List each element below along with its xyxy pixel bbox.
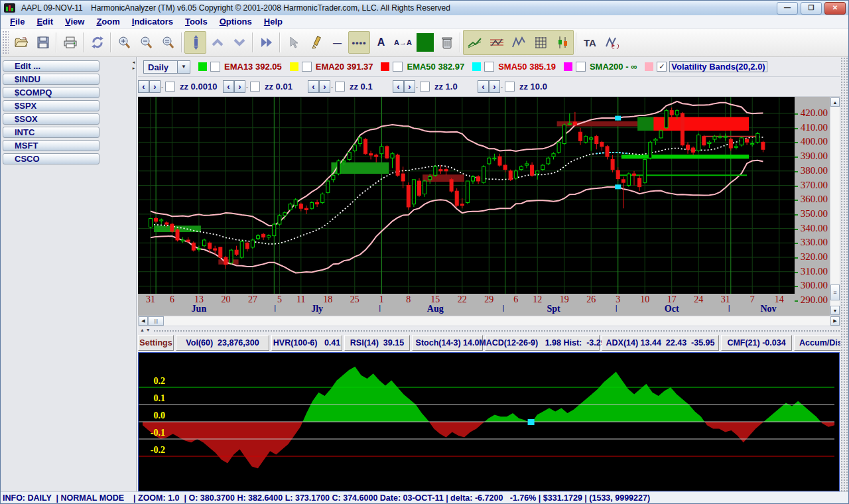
chart-candles-icon[interactable] xyxy=(551,31,573,54)
zz-prev-button[interactable]: ‹ xyxy=(393,80,404,93)
replay-icon[interactable] xyxy=(601,31,623,54)
indicator-checkbox[interactable]: ✓ xyxy=(657,62,667,72)
indicator-checkbox[interactable] xyxy=(393,62,403,72)
menu-item[interactable]: Zoom xyxy=(90,16,125,27)
zz-checkbox[interactable] xyxy=(250,82,260,92)
indicator-tab[interactable]: Vol(60) 23,876,300 xyxy=(176,335,269,351)
zz-checkbox[interactable] xyxy=(165,82,175,92)
scroll-left-icon[interactable]: ◀ xyxy=(139,316,148,326)
close-button[interactable]: ✕ xyxy=(824,2,846,15)
horizontal-scrollbar[interactable]: ◀ ||| ▶ xyxy=(138,316,840,326)
color-swatch[interactable] xyxy=(564,62,572,71)
indicator-tab[interactable]: CMF(21) -0.034 xyxy=(721,335,792,351)
menu-item[interactable]: Help xyxy=(258,16,289,27)
print-icon[interactable] xyxy=(59,31,81,54)
menu-item[interactable]: View xyxy=(59,16,90,27)
color-swatch-icon[interactable] xyxy=(414,31,436,54)
indicator-label: EMA50 382.97 xyxy=(405,62,466,72)
color-swatch[interactable] xyxy=(290,62,298,71)
zz-prev-button[interactable]: ‹ xyxy=(223,80,234,93)
scroll-down-icon[interactable]: ▼ xyxy=(830,306,840,315)
menu-item[interactable]: Options xyxy=(214,16,258,27)
chart-zigzag-icon[interactable] xyxy=(507,31,529,54)
collapse-up-icon[interactable] xyxy=(206,31,228,54)
expand-down-icon[interactable] xyxy=(228,31,250,54)
indicator-tab[interactable]: Settings xyxy=(138,335,174,351)
zz-prev-button[interactable]: ‹ xyxy=(478,80,489,93)
vscroll-thumb[interactable]: ≡ xyxy=(830,284,840,300)
pointer-icon[interactable] xyxy=(283,31,304,54)
sidebar-splitter[interactable]: ◂▸ xyxy=(131,59,137,71)
menu-item[interactable]: Edit xyxy=(31,16,59,27)
open-file-icon[interactable] xyxy=(10,31,32,54)
menu-item[interactable]: Tools xyxy=(179,16,214,27)
chart-grid-icon[interactable] xyxy=(529,31,551,54)
cmf-chart[interactable]: 0.20.10.0-0.1-0.2 xyxy=(138,352,840,491)
minimize-button[interactable]: — xyxy=(777,2,798,15)
indicator-checkbox[interactable] xyxy=(576,62,586,72)
indicator-checkbox[interactable] xyxy=(484,62,494,72)
zz-next-button[interactable]: › xyxy=(489,80,500,93)
vertical-scrollbar[interactable]: ▲ ≡ ▼ xyxy=(830,97,840,316)
chevron-down-icon[interactable]: ▼ xyxy=(178,60,190,74)
draw-pencil-icon[interactable] xyxy=(304,31,326,54)
scroll-up-icon[interactable]: ▲ xyxy=(830,97,840,107)
zz-next-button[interactable]: › xyxy=(149,80,161,93)
save-icon[interactable] xyxy=(32,31,54,54)
text-resize-icon[interactable]: A→A xyxy=(392,31,414,54)
zoom-in-icon[interactable] xyxy=(113,31,135,54)
scroll-right-icon[interactable]: ▶ xyxy=(830,316,840,326)
draw-line-icon[interactable]: — xyxy=(326,31,348,54)
zoom-reset-icon[interactable] xyxy=(157,31,179,54)
menu-bar: FileEditViewZoomIndicatorsToolsOptionsHe… xyxy=(1,15,849,29)
refresh-icon[interactable] xyxy=(86,31,108,54)
text-tool-icon[interactable]: A xyxy=(370,31,392,54)
zz-next-button[interactable]: › xyxy=(319,80,330,93)
restore-button[interactable]: ❐ xyxy=(801,2,822,15)
candle-scale-icon[interactable] xyxy=(184,31,206,54)
zz-next-button[interactable]: › xyxy=(404,80,415,93)
chart-trend-icon[interactable] xyxy=(464,31,486,54)
zz-prev-button[interactable]: ‹ xyxy=(308,80,319,93)
indicator-tab[interactable]: ADX(14) 13.44 22.43 -35.95 xyxy=(602,335,719,351)
zz-next-button[interactable]: › xyxy=(234,80,245,93)
zz-checkbox[interactable] xyxy=(505,82,515,92)
symbol-button[interactable]: $COMPQ xyxy=(3,87,99,98)
indicator-checkbox[interactable] xyxy=(210,62,220,72)
menu-item[interactable]: Indicators xyxy=(126,16,179,27)
indicator-tab[interactable]: Stoch(14-3) 14.0 xyxy=(412,335,483,351)
symbol-button[interactable]: MSFT xyxy=(3,140,99,151)
indicator-tab[interactable]: RSI(14) 39.15 xyxy=(344,335,410,351)
draw-dots-icon[interactable]: •••• xyxy=(348,31,370,54)
color-swatch[interactable] xyxy=(645,62,653,71)
splitter-arrows-icon[interactable]: ▲ ▼ xyxy=(140,328,151,332)
symbol-button[interactable]: INTC xyxy=(3,127,99,138)
indicator-tab[interactable]: MACD(12-26-9) 1.98 Hist: -3.29 xyxy=(485,335,600,351)
ta-tool-icon[interactable]: TA xyxy=(579,31,601,54)
indicator-checkbox[interactable] xyxy=(302,62,312,72)
zoom-out-icon[interactable] xyxy=(135,31,157,54)
delete-icon[interactable] xyxy=(436,31,458,54)
symbol-button[interactable]: $SPX xyxy=(3,100,99,111)
toolbar-grip[interactable] xyxy=(2,31,9,54)
symbol-button[interactable]: Edit ... xyxy=(3,60,99,72)
indicator-tab[interactable]: HVR(100-6) 0.41 xyxy=(271,335,342,351)
zz-checkbox[interactable] xyxy=(420,82,430,92)
title-bar[interactable]: AAPL 09-NOV-11 HarmonicAnalyzer (TM) v6.… xyxy=(1,1,849,15)
symbol-button[interactable]: $INDU xyxy=(3,74,99,85)
color-swatch[interactable] xyxy=(198,62,207,71)
menu-item[interactable]: File xyxy=(4,16,31,27)
fast-forward-icon[interactable] xyxy=(255,31,277,54)
color-swatch[interactable] xyxy=(472,62,481,71)
chart-levels-icon[interactable] xyxy=(486,31,507,54)
symbol-button[interactable]: $SOX xyxy=(3,113,99,125)
legend-item: SMA50 385.19 xyxy=(472,62,557,72)
main-chart[interactable] xyxy=(138,97,795,294)
zz-checkbox[interactable] xyxy=(335,82,345,92)
period-dropdown[interactable]: Daily ▼ xyxy=(143,60,190,74)
zz-prev-button[interactable]: ‹ xyxy=(138,80,149,93)
symbol-button[interactable]: CSCO xyxy=(3,153,99,164)
pane-splitter[interactable]: ▲ ▼ xyxy=(138,326,840,334)
hscroll-thumb[interactable]: ||| xyxy=(148,316,164,326)
color-swatch[interactable] xyxy=(381,62,389,71)
